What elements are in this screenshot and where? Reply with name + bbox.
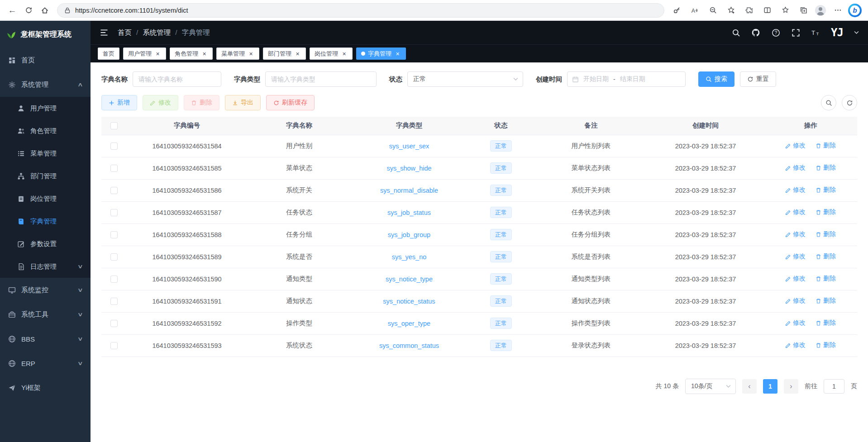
row-checkbox[interactable] (110, 276, 118, 283)
sidebar-item-menus[interactable]: 菜单管理 (0, 142, 91, 165)
sidebar-item-erp[interactable]: ERP ∨ (0, 351, 91, 375)
dict-type-link[interactable]: sys_show_hide (386, 165, 431, 172)
tab-home[interactable]: 首页 (98, 48, 119, 60)
add-button[interactable]: 新增 (101, 95, 137, 110)
dict-type-link[interactable]: sys_job_status (387, 209, 431, 216)
browser-back-button[interactable]: ← (5, 3, 20, 18)
sidebar-item-monitor[interactable]: 系统监控 ∨ (0, 278, 91, 302)
row-checkbox[interactable] (110, 320, 118, 327)
passwords-button[interactable] (669, 3, 684, 18)
row-edit-button[interactable]: 修改 (785, 297, 806, 305)
date-range-picker[interactable]: 开始日期 - 结束日期 (567, 71, 686, 87)
tab-close-icon[interactable]: × (341, 50, 348, 57)
fullscreen-button[interactable] (791, 28, 800, 37)
export-button[interactable]: 导出 (225, 95, 261, 110)
dict-name-input[interactable] (133, 71, 221, 87)
dict-type-link[interactable]: sys_notice_type (386, 276, 433, 283)
dict-type-link[interactable]: sys_normal_disable (380, 187, 438, 194)
next-page-button[interactable]: › (784, 379, 798, 394)
tab-close-icon[interactable]: × (154, 50, 161, 57)
status-select[interactable]: 正常 (407, 71, 523, 87)
row-delete-button[interactable]: 删除 (816, 297, 836, 305)
add-favorite-button[interactable] (723, 3, 739, 18)
page-size-select[interactable]: 10条/页 (685, 379, 736, 394)
extensions-button[interactable] (741, 3, 757, 18)
row-checkbox[interactable] (110, 298, 118, 305)
prev-page-button[interactable]: ‹ (742, 379, 757, 394)
hide-search-button[interactable] (821, 95, 836, 110)
row-delete-button[interactable]: 删除 (816, 275, 836, 283)
refresh-cache-button[interactable]: 刷新缓存 (266, 95, 315, 110)
row-delete-button[interactable]: 删除 (816, 319, 836, 327)
row-edit-button[interactable]: 修改 (785, 164, 806, 172)
row-delete-button[interactable]: 删除 (816, 164, 836, 172)
tab-close-icon[interactable]: × (394, 50, 401, 57)
row-edit-button[interactable]: 修改 (785, 186, 806, 194)
refresh-table-button[interactable] (842, 95, 857, 110)
tab-close-icon[interactable]: × (248, 50, 254, 57)
dict-type-link[interactable]: sys_yes_no (392, 253, 427, 261)
header-search-button[interactable] (731, 28, 740, 37)
row-checkbox[interactable] (110, 253, 118, 261)
bing-chat-button[interactable]: b (848, 4, 862, 17)
dict-type-link[interactable]: sys_user_sex (389, 143, 429, 150)
breadcrumb-system[interactable]: 系统管理 (143, 28, 171, 38)
split-screen-button[interactable] (759, 3, 775, 18)
help-button[interactable]: ? (771, 28, 780, 37)
dict-type-link[interactable]: sys_notice_status (383, 298, 435, 305)
profile-button[interactable] (814, 4, 827, 17)
sidebar-item-dict[interactable]: 字典管理 (0, 210, 91, 233)
sidebar-item-logs[interactable]: 日志管理 ∨ (0, 255, 91, 278)
collections-button[interactable] (796, 3, 811, 18)
row-checkbox[interactable] (110, 231, 118, 238)
reset-button[interactable]: 重置 (740, 71, 776, 87)
row-checkbox[interactable] (110, 165, 118, 172)
tab-dict[interactable]: 字典管理× (356, 48, 406, 60)
breadcrumb-home[interactable]: 首页 (118, 28, 132, 38)
row-delete-button[interactable]: 删除 (816, 186, 836, 194)
user-menu-caret-icon[interactable] (854, 31, 859, 34)
goto-page-input[interactable] (824, 379, 844, 394)
tab-roles[interactable]: 角色管理× (170, 48, 213, 60)
search-button[interactable]: 搜索 (698, 71, 734, 87)
row-checkbox[interactable] (110, 209, 118, 216)
dict-type-link[interactable]: sys_job_group (388, 231, 430, 238)
row-delete-button[interactable]: 删除 (816, 341, 836, 349)
row-checkbox[interactable] (110, 187, 118, 194)
row-edit-button[interactable]: 修改 (785, 319, 806, 327)
tab-menus[interactable]: 菜单管理× (216, 48, 259, 60)
tab-close-icon[interactable]: × (201, 50, 208, 57)
row-edit-button[interactable]: 修改 (785, 252, 806, 261)
favorites-button[interactable] (777, 3, 793, 18)
dict-type-link[interactable]: sys_common_status (379, 342, 439, 349)
sidebar-item-users[interactable]: 用户管理 (0, 97, 91, 119)
row-edit-button[interactable]: 修改 (785, 230, 806, 238)
sidebar-item-home[interactable]: 首页 (0, 48, 91, 72)
dict-type-link[interactable]: sys_oper_type (388, 320, 430, 327)
row-edit-button[interactable]: 修改 (785, 208, 806, 216)
tab-close-icon[interactable]: × (294, 50, 301, 57)
brand-logo[interactable]: YJ (831, 26, 843, 39)
sidebar-item-yi-framework[interactable]: Yi框架 (0, 375, 91, 400)
page-number-1[interactable]: 1 (763, 379, 777, 394)
dict-type-input[interactable] (265, 71, 377, 87)
zoom-button[interactable] (705, 3, 720, 18)
sidebar-item-roles[interactable]: 角色管理 (0, 119, 91, 142)
hamburger-icon[interactable] (100, 28, 109, 37)
browser-menu-button[interactable] (830, 3, 845, 18)
sidebar-item-tools[interactable]: 系统工具 ∨ (0, 302, 91, 327)
row-edit-button[interactable]: 修改 (785, 142, 806, 150)
browser-home-button[interactable] (37, 3, 52, 18)
row-edit-button[interactable]: 修改 (785, 341, 806, 349)
row-delete-button[interactable]: 删除 (816, 252, 836, 261)
github-button[interactable] (751, 28, 760, 37)
row-delete-button[interactable]: 删除 (816, 208, 836, 216)
font-size-button[interactable]: TT (811, 28, 820, 37)
row-checkbox[interactable] (110, 342, 118, 349)
app-logo[interactable]: 意框架管理系统 (0, 21, 91, 48)
sidebar-item-system[interactable]: 系统管理 ∧ (0, 72, 91, 97)
sidebar-item-posts[interactable]: 岗位管理 (0, 187, 91, 210)
tab-departments[interactable]: 部门管理× (263, 48, 306, 60)
row-checkbox[interactable] (110, 143, 118, 150)
tab-posts[interactable]: 岗位管理× (310, 48, 353, 60)
